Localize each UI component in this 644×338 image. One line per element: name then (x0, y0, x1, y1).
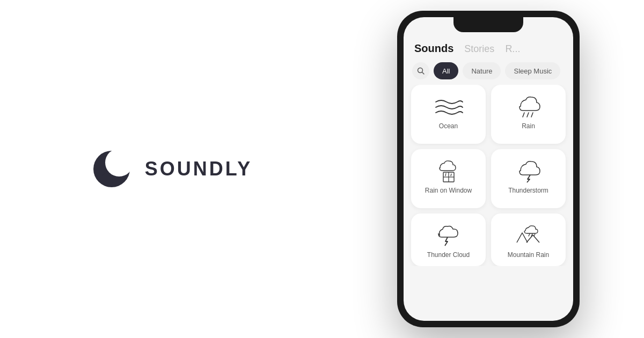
svg-line-4 (422, 72, 425, 75)
tab-bar: Sounds Stories R... (404, 36, 573, 59)
logo-icon (91, 148, 134, 190)
rain-label: Rain (522, 122, 535, 130)
tab-sounds[interactable]: Sounds (414, 42, 453, 55)
left-panel: SOUNDLY (0, 0, 343, 338)
search-button[interactable] (412, 62, 429, 79)
ocean-label: Ocean (439, 122, 458, 130)
sound-card-ocean[interactable]: Ocean (411, 85, 486, 144)
sound-card-thunderstorm[interactable]: Thunderstorm (491, 149, 566, 208)
mountain-rain-label: Mountain Rain (508, 251, 549, 259)
phone-mockup: Sounds Stories R... All Nature Sleep Mus… (397, 11, 580, 327)
rain-window-label: Rain on Window (425, 187, 472, 194)
svg-line-13 (529, 234, 530, 236)
svg-line-5 (523, 113, 524, 117)
logo-container: SOUNDLY (91, 148, 253, 190)
filter-nature[interactable]: Nature (463, 62, 501, 79)
thunderstorm-icon (514, 160, 543, 181)
thunderstorm-label: Thunderstorm (508, 187, 548, 194)
svg-line-7 (531, 113, 533, 117)
phone-screen: Sounds Stories R... All Nature Sleep Mus… (404, 17, 573, 321)
sound-card-rain-window[interactable]: Rain on Window (411, 149, 486, 208)
thunder-cloud-label: Thunder Cloud (427, 251, 470, 259)
right-panel: Sounds Stories R... All Nature Sleep Mus… (343, 0, 644, 338)
search-icon (417, 67, 425, 75)
sound-card-rain[interactable]: Rain (491, 85, 566, 144)
tab-radio[interactable]: R... (505, 43, 520, 55)
svg-line-12 (451, 174, 451, 176)
svg-line-11 (445, 173, 446, 176)
tab-stories[interactable]: Stories (464, 43, 494, 55)
svg-point-1 (105, 149, 133, 177)
svg-line-6 (527, 113, 529, 117)
filter-all[interactable]: All (434, 62, 458, 79)
sound-card-mountain-rain[interactable]: Mountain Rain (491, 214, 566, 266)
filter-row: All Nature Sleep Music (404, 59, 573, 85)
rain-window-icon (434, 160, 463, 181)
logo-text: SOUNDLY (145, 158, 253, 180)
svg-line-15 (534, 234, 535, 236)
sound-grid: Ocean Rain (404, 85, 573, 266)
sound-card-thunder-cloud[interactable]: Thunder Cloud (411, 214, 486, 266)
mountain-rain-icon (514, 224, 543, 246)
thunder-cloud-icon (434, 224, 463, 246)
rain-icon (514, 95, 543, 117)
app-content: Sounds Stories R... All Nature Sleep Mus… (404, 17, 573, 321)
ocean-icon (434, 95, 463, 117)
filter-sleep-music[interactable]: Sleep Music (505, 62, 560, 79)
phone-notch (453, 17, 523, 32)
